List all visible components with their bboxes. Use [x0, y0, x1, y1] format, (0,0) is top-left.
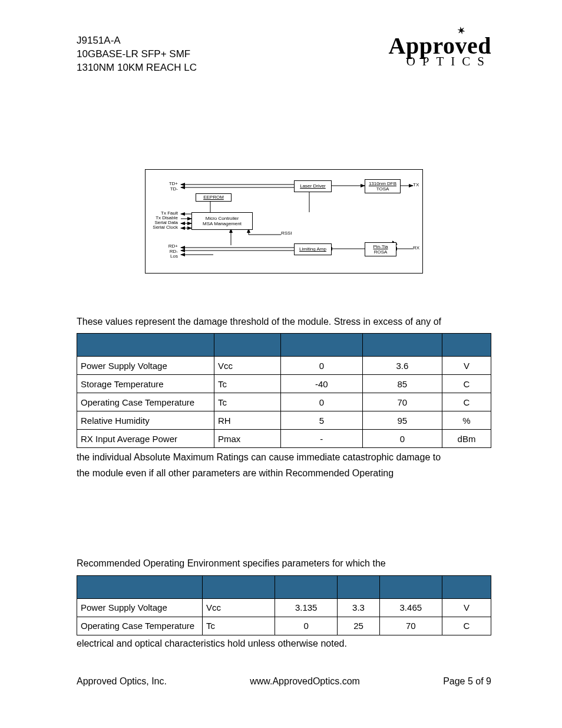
block-diagram: TD+ TD- Tx Fault Tx Disable Serial Data … [145, 169, 423, 274]
cell-parameter: Operating Case Temperature [77, 617, 203, 635]
header-left: J9151A-A 10GBASE-LR SFP+ SMF 1310NM 10KM… [77, 34, 197, 75]
page-footer: Approved Optics, Inc. www.ApprovedOptics… [77, 676, 491, 687]
logo-wordmark: Appro✶ved [389, 34, 491, 58]
cell-max: 3.6 [362, 357, 442, 375]
cell-symbol: Tc [214, 375, 281, 393]
box-limiting-amp: Limiting Amp [294, 243, 332, 255]
box-microcontroller: Micro Controller MSA Management [191, 212, 253, 230]
cell-unit: dBm [442, 430, 491, 448]
table-row: Power Supply VoltageVcc3.1353.33.465V [77, 598, 491, 617]
cell-parameter: Power Supply Voltage [77, 598, 203, 617]
cell-unit: V [442, 598, 491, 617]
para-characteristics: electrical and optical characteristics h… [77, 637, 491, 650]
cell-max: 70 [379, 617, 442, 635]
product-desc-1: 10GBASE-LR SFP+ SMF [77, 48, 197, 61]
footer-page-number: Page 5 of 9 [443, 676, 491, 687]
page: J9151A-A 10GBASE-LR SFP+ SMF 1310NM 10KM… [0, 0, 562, 728]
table-row: Power Supply VoltageVcc03.6V [77, 357, 491, 375]
cell-max: 95 [362, 411, 442, 430]
cell-min: 0 [281, 393, 363, 411]
cell-parameter: RX Input Average Power [77, 430, 214, 448]
para-damage-threshold: These values represent the damage thresh… [77, 315, 491, 328]
footer-url: www.ApprovedOptics.com [250, 676, 360, 687]
cell-unit: C [442, 375, 491, 393]
table-recommended-operating: Power Supply VoltageVcc3.1353.33.465VOpe… [77, 575, 491, 635]
pin-label-serialclock: Serial Clock [146, 225, 178, 230]
table-row: Storage TemperatureTc-4085C [77, 375, 491, 393]
cell-parameter: Storage Temperature [77, 375, 214, 393]
cell-min: 5 [281, 411, 363, 430]
port-label-tx: TX [413, 183, 419, 188]
cell-typ: 3.3 [338, 598, 379, 617]
para-recommended-env: Recommended Operating Environment specif… [77, 556, 491, 570]
table-row: Operating Case TemperatureTc070C [77, 393, 491, 411]
footer-company: Approved Optics, Inc. [77, 676, 167, 687]
box-tosa: 1310nm DFB TOSA [365, 179, 401, 193]
cell-unit: V [442, 357, 491, 375]
table-row: RX Input Average PowerPmax-0dBm [77, 430, 491, 448]
header: J9151A-A 10GBASE-LR SFP+ SMF 1310NM 10KM… [77, 34, 491, 75]
cell-max: 70 [362, 393, 442, 411]
product-desc-2: 1310NM 10KM REACH LC [77, 61, 197, 75]
cell-unit: C [442, 393, 491, 411]
cell-parameter: Operating Case Temperature [77, 393, 214, 411]
port-label-rx: RX [413, 246, 419, 251]
cell-min: 0 [281, 357, 363, 375]
para-abs-max-cont-1: the individual Absolute Maximum Ratings … [77, 450, 491, 464]
box-rosa: Pin-Tia ROSA [365, 242, 396, 256]
cell-symbol: Tc [214, 393, 281, 411]
cell-parameter: Power Supply Voltage [77, 357, 214, 375]
para-abs-max-cont-2: the module even if all other parameters … [77, 466, 491, 480]
cell-typ: 25 [338, 617, 379, 635]
cell-symbol: Tc [203, 617, 275, 635]
cell-max: 85 [362, 375, 442, 393]
signal-label-rssi: RSSI [281, 231, 292, 236]
cell-symbol: Vcc [214, 357, 281, 375]
cell-min: 0 [275, 617, 338, 635]
cell-max: 3.465 [379, 598, 442, 617]
cell-min: 3.135 [275, 598, 338, 617]
cell-symbol: RH [214, 411, 281, 430]
cell-symbol: Vcc [203, 598, 275, 617]
cell-symbol: Pmax [214, 430, 281, 448]
pin-label-rd: RD+ RD- Los [151, 244, 178, 259]
cell-max: 0 [362, 430, 442, 448]
table-absolute-max-ratings: Power Supply VoltageVcc03.6VStorage Temp… [77, 333, 491, 448]
box-laser-driver: Laser Driver [294, 180, 332, 192]
cell-unit: C [442, 617, 491, 635]
cell-min: - [281, 430, 363, 448]
table-row: Operating Case TemperatureTc02570C [77, 617, 491, 635]
pin-label-td: TD+ TD- [151, 182, 178, 192]
company-logo: Appro✶ved OPTICS [389, 34, 491, 69]
cell-min: -40 [281, 375, 363, 393]
cell-unit: % [442, 411, 491, 430]
cell-parameter: Relative Humidity [77, 411, 214, 430]
box-eeprom: EEPROM [196, 193, 232, 202]
table-row: Relative HumidityRH595% [77, 411, 491, 430]
product-sku: J9151A-A [77, 34, 197, 48]
